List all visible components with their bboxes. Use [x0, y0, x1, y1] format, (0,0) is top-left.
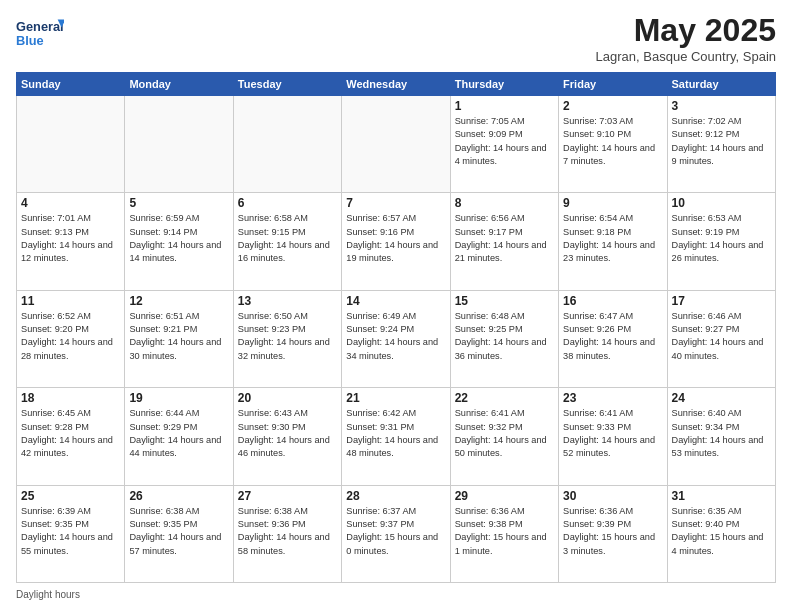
day-info: Sunrise: 6:54 AM Sunset: 9:18 PM Dayligh… [563, 212, 662, 265]
day-number: 8 [455, 196, 554, 210]
day-cell [125, 96, 233, 193]
day-number: 10 [672, 196, 771, 210]
day-cell: 4Sunrise: 7:01 AM Sunset: 9:13 PM Daylig… [17, 193, 125, 290]
week-row-4: 18Sunrise: 6:45 AM Sunset: 9:28 PM Dayli… [17, 388, 776, 485]
col-header-thursday: Thursday [450, 73, 558, 96]
day-number: 19 [129, 391, 228, 405]
day-info: Sunrise: 6:48 AM Sunset: 9:25 PM Dayligh… [455, 310, 554, 363]
day-number: 12 [129, 294, 228, 308]
day-number: 21 [346, 391, 445, 405]
day-info: Sunrise: 6:49 AM Sunset: 9:24 PM Dayligh… [346, 310, 445, 363]
day-info: Sunrise: 6:45 AM Sunset: 9:28 PM Dayligh… [21, 407, 120, 460]
day-cell: 9Sunrise: 6:54 AM Sunset: 9:18 PM Daylig… [559, 193, 667, 290]
day-number: 30 [563, 489, 662, 503]
logo-svg: General Blue [16, 12, 64, 54]
day-cell: 28Sunrise: 6:37 AM Sunset: 9:37 PM Dayli… [342, 485, 450, 582]
day-number: 16 [563, 294, 662, 308]
day-cell: 11Sunrise: 6:52 AM Sunset: 9:20 PM Dayli… [17, 290, 125, 387]
day-number: 22 [455, 391, 554, 405]
day-cell: 14Sunrise: 6:49 AM Sunset: 9:24 PM Dayli… [342, 290, 450, 387]
calendar-table: SundayMondayTuesdayWednesdayThursdayFrid… [16, 72, 776, 583]
day-info: Sunrise: 6:39 AM Sunset: 9:35 PM Dayligh… [21, 505, 120, 558]
col-header-saturday: Saturday [667, 73, 775, 96]
day-number: 4 [21, 196, 120, 210]
day-cell: 1Sunrise: 7:05 AM Sunset: 9:09 PM Daylig… [450, 96, 558, 193]
day-cell: 2Sunrise: 7:03 AM Sunset: 9:10 PM Daylig… [559, 96, 667, 193]
day-cell: 10Sunrise: 6:53 AM Sunset: 9:19 PM Dayli… [667, 193, 775, 290]
day-info: Sunrise: 6:41 AM Sunset: 9:33 PM Dayligh… [563, 407, 662, 460]
day-cell: 8Sunrise: 6:56 AM Sunset: 9:17 PM Daylig… [450, 193, 558, 290]
day-cell [233, 96, 341, 193]
day-info: Sunrise: 6:44 AM Sunset: 9:29 PM Dayligh… [129, 407, 228, 460]
day-cell: 22Sunrise: 6:41 AM Sunset: 9:32 PM Dayli… [450, 388, 558, 485]
day-info: Sunrise: 6:56 AM Sunset: 9:17 PM Dayligh… [455, 212, 554, 265]
day-info: Sunrise: 6:36 AM Sunset: 9:38 PM Dayligh… [455, 505, 554, 558]
week-row-5: 25Sunrise: 6:39 AM Sunset: 9:35 PM Dayli… [17, 485, 776, 582]
day-cell: 20Sunrise: 6:43 AM Sunset: 9:30 PM Dayli… [233, 388, 341, 485]
footer: Daylight hours [16, 589, 776, 600]
col-header-monday: Monday [125, 73, 233, 96]
day-cell: 25Sunrise: 6:39 AM Sunset: 9:35 PM Dayli… [17, 485, 125, 582]
day-cell: 19Sunrise: 6:44 AM Sunset: 9:29 PM Dayli… [125, 388, 233, 485]
day-number: 9 [563, 196, 662, 210]
day-cell: 26Sunrise: 6:38 AM Sunset: 9:35 PM Dayli… [125, 485, 233, 582]
header: General Blue May 2025 Lagran, Basque Cou… [16, 12, 776, 64]
week-row-3: 11Sunrise: 6:52 AM Sunset: 9:20 PM Dayli… [17, 290, 776, 387]
day-cell: 17Sunrise: 6:46 AM Sunset: 9:27 PM Dayli… [667, 290, 775, 387]
day-info: Sunrise: 6:52 AM Sunset: 9:20 PM Dayligh… [21, 310, 120, 363]
day-info: Sunrise: 7:05 AM Sunset: 9:09 PM Dayligh… [455, 115, 554, 168]
day-info: Sunrise: 6:36 AM Sunset: 9:39 PM Dayligh… [563, 505, 662, 558]
day-info: Sunrise: 6:38 AM Sunset: 9:35 PM Dayligh… [129, 505, 228, 558]
week-row-2: 4Sunrise: 7:01 AM Sunset: 9:13 PM Daylig… [17, 193, 776, 290]
day-cell [342, 96, 450, 193]
day-cell: 31Sunrise: 6:35 AM Sunset: 9:40 PM Dayli… [667, 485, 775, 582]
day-number: 13 [238, 294, 337, 308]
svg-text:General: General [16, 19, 64, 34]
day-info: Sunrise: 7:01 AM Sunset: 9:13 PM Dayligh… [21, 212, 120, 265]
day-cell: 3Sunrise: 7:02 AM Sunset: 9:12 PM Daylig… [667, 96, 775, 193]
day-info: Sunrise: 6:58 AM Sunset: 9:15 PM Dayligh… [238, 212, 337, 265]
day-info: Sunrise: 6:43 AM Sunset: 9:30 PM Dayligh… [238, 407, 337, 460]
col-header-sunday: Sunday [17, 73, 125, 96]
day-number: 28 [346, 489, 445, 503]
day-info: Sunrise: 6:50 AM Sunset: 9:23 PM Dayligh… [238, 310, 337, 363]
day-cell: 18Sunrise: 6:45 AM Sunset: 9:28 PM Dayli… [17, 388, 125, 485]
day-number: 26 [129, 489, 228, 503]
title-block: May 2025 Lagran, Basque Country, Spain [596, 12, 776, 64]
day-info: Sunrise: 6:38 AM Sunset: 9:36 PM Dayligh… [238, 505, 337, 558]
day-number: 23 [563, 391, 662, 405]
day-cell: 7Sunrise: 6:57 AM Sunset: 9:16 PM Daylig… [342, 193, 450, 290]
col-header-tuesday: Tuesday [233, 73, 341, 96]
day-info: Sunrise: 6:40 AM Sunset: 9:34 PM Dayligh… [672, 407, 771, 460]
day-number: 20 [238, 391, 337, 405]
day-number: 2 [563, 99, 662, 113]
day-cell: 6Sunrise: 6:58 AM Sunset: 9:15 PM Daylig… [233, 193, 341, 290]
day-number: 14 [346, 294, 445, 308]
day-cell [17, 96, 125, 193]
day-info: Sunrise: 6:51 AM Sunset: 9:21 PM Dayligh… [129, 310, 228, 363]
svg-text:Blue: Blue [16, 33, 44, 48]
day-info: Sunrise: 6:59 AM Sunset: 9:14 PM Dayligh… [129, 212, 228, 265]
location-subtitle: Lagran, Basque Country, Spain [596, 49, 776, 64]
day-number: 1 [455, 99, 554, 113]
day-cell: 24Sunrise: 6:40 AM Sunset: 9:34 PM Dayli… [667, 388, 775, 485]
day-cell: 27Sunrise: 6:38 AM Sunset: 9:36 PM Dayli… [233, 485, 341, 582]
daylight-label: Daylight hours [16, 589, 80, 600]
day-info: Sunrise: 7:02 AM Sunset: 9:12 PM Dayligh… [672, 115, 771, 168]
day-info: Sunrise: 6:42 AM Sunset: 9:31 PM Dayligh… [346, 407, 445, 460]
day-number: 7 [346, 196, 445, 210]
col-header-friday: Friday [559, 73, 667, 96]
day-info: Sunrise: 6:41 AM Sunset: 9:32 PM Dayligh… [455, 407, 554, 460]
day-number: 3 [672, 99, 771, 113]
day-number: 5 [129, 196, 228, 210]
week-row-1: 1Sunrise: 7:05 AM Sunset: 9:09 PM Daylig… [17, 96, 776, 193]
day-number: 24 [672, 391, 771, 405]
day-cell: 29Sunrise: 6:36 AM Sunset: 9:38 PM Dayli… [450, 485, 558, 582]
day-number: 25 [21, 489, 120, 503]
day-info: Sunrise: 6:35 AM Sunset: 9:40 PM Dayligh… [672, 505, 771, 558]
day-number: 11 [21, 294, 120, 308]
day-number: 29 [455, 489, 554, 503]
day-cell: 21Sunrise: 6:42 AM Sunset: 9:31 PM Dayli… [342, 388, 450, 485]
day-number: 27 [238, 489, 337, 503]
day-number: 18 [21, 391, 120, 405]
